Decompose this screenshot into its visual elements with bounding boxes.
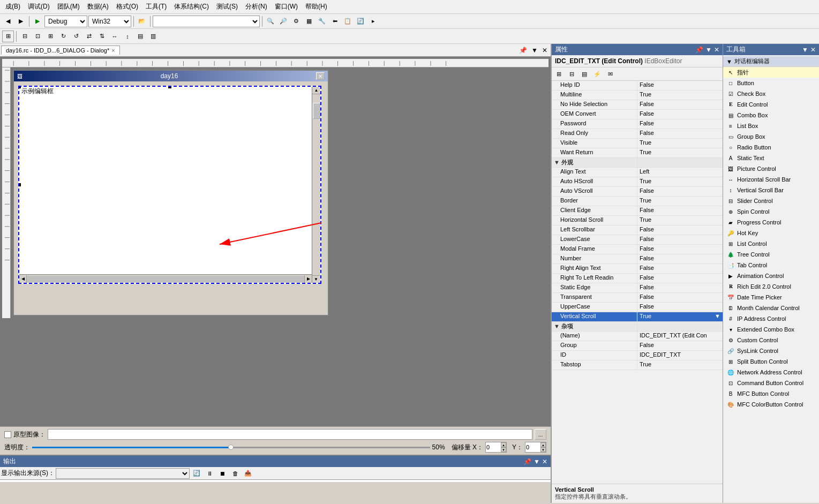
props-row[interactable]: (Name)IDC_EDIT_TXT (Edit Con <box>552 332 723 341</box>
toolbox-item-month-calendar-control[interactable]: 🗓Month Calendar Control <box>723 303 819 313</box>
toolbox-item-radio-button[interactable]: ○Radio Button <box>723 142 819 153</box>
toolbox-item-split-button-control[interactable]: ⊞Split Button Control <box>723 356 819 367</box>
output-expand-icon[interactable]: ▼ <box>534 458 540 465</box>
toolbox-item-button[interactable]: □Button <box>723 78 819 88</box>
menu-item-data[interactable]: 数据(A) <box>84 1 112 12</box>
props-row[interactable]: PasswordFalse <box>552 119 723 129</box>
tab-pin-icon[interactable]: 📌 <box>517 47 529 54</box>
toolbox-item-combo-box[interactable]: ▤Combo Box <box>723 110 819 121</box>
toolbox-item-spin-control[interactable]: ⊕Spin Control <box>723 206 819 217</box>
toolbox-item-mfc-button-control[interactable]: BMFC Button Control <box>723 388 819 399</box>
layout-btn4[interactable]: ⊞ <box>44 31 56 42</box>
run-button[interactable]: ▶ <box>32 16 43 27</box>
props-row[interactable]: Auto VScrollFalse <box>552 187 723 197</box>
layout-btn10[interactable]: ↕ <box>122 31 133 42</box>
props-row[interactable]: Help IDFalse <box>552 81 723 91</box>
scrollbar-left-btn[interactable]: ◀ <box>19 275 27 283</box>
layout-btn6[interactable]: ↺ <box>70 31 82 42</box>
layout-btn1[interactable]: ⊞ <box>2 31 14 42</box>
prototype-input[interactable] <box>48 429 532 440</box>
opacity-slider[interactable] <box>32 447 430 448</box>
output-pin-icon[interactable]: 📌 <box>523 458 531 465</box>
props-row[interactable]: No Hide SelectionFalse <box>552 100 723 110</box>
props-row[interactable]: Left ScrollbarFalse <box>552 225 723 235</box>
props-tb-event[interactable]: ⚡ <box>591 69 603 79</box>
menu-item-window[interactable]: 窗口(W) <box>272 1 301 12</box>
props-row[interactable]: MultilineTrue <box>552 91 723 100</box>
handle-ml[interactable] <box>18 183 21 186</box>
tool1[interactable]: 🔍 <box>265 16 276 27</box>
toolbox-item-vertical-scroll-bar[interactable]: ↕Vertical Scroll Bar <box>723 185 819 195</box>
output-btn5[interactable]: 📤 <box>242 468 254 479</box>
toolbox-item-progress-control[interactable]: ▰Progress Control <box>723 217 819 228</box>
offset-x-up-btn[interactable]: ▲ <box>501 442 506 447</box>
scrollbar-thumb[interactable] <box>313 103 320 119</box>
layout-btn8[interactable]: ⇅ <box>96 31 108 42</box>
dialog-title-bar[interactable]: 🖼 day16 ✕ <box>14 71 328 81</box>
props-row[interactable]: ▼ 外观 <box>552 158 723 168</box>
toolbox-item-hot-key[interactable]: 🔑Hot Key <box>723 228 819 238</box>
props-row[interactable]: GroupFalse <box>552 341 723 351</box>
forward-button[interactable]: ▶ <box>15 16 27 27</box>
output-close-icon[interactable]: ✕ <box>542 458 547 465</box>
toolbox-item-tab-control[interactable]: 📑Tab Control <box>723 260 819 270</box>
prototype-browse-button[interactable]: ... <box>535 429 546 440</box>
toolbox-item-slider-control[interactable]: ⊟Slider Control <box>723 195 819 206</box>
props-row[interactable]: Align TextLeft <box>552 168 723 177</box>
scrollbar-right-btn[interactable]: ▶ <box>304 275 312 283</box>
tab-close-button[interactable]: × <box>111 47 115 54</box>
layout-btn2[interactable]: ⊟ <box>19 31 31 42</box>
horizontal-scrollbar[interactable]: ◀ ▶ <box>19 274 312 283</box>
props-row[interactable]: OEM ConvertFalse <box>552 110 723 119</box>
offset-y-down-btn[interactable]: ▼ <box>540 447 546 452</box>
toolbox-section-header[interactable]: ▼ 对话框编辑器 <box>723 56 819 67</box>
editor-tab[interactable]: day16.rc - IDD_D...6_DIALOG - Dialog* × <box>1 46 120 55</box>
menu-item-debug[interactable]: 调试(D) <box>25 1 53 12</box>
search-select[interactable] <box>153 16 260 27</box>
props-close-icon[interactable]: ✕ <box>714 46 719 54</box>
toolbox-close-icon[interactable]: ✕ <box>810 46 816 54</box>
tab-menu-icon[interactable]: ▼ <box>529 47 540 54</box>
menu-item-team[interactable]: 团队(M) <box>54 1 83 12</box>
debug-config-select[interactable]: Debug <box>44 16 87 27</box>
back-button[interactable]: ◀ <box>2 16 14 27</box>
props-row[interactable]: BorderTrue <box>552 197 723 206</box>
vertical-scrollbar[interactable]: ▲ ▼ <box>312 87 320 283</box>
toolbox-item-mfc-colorbutton-control[interactable]: 🎨MFC ColorButton Control <box>723 399 819 410</box>
tool9[interactable]: ▸ <box>367 16 379 27</box>
layout-btn12[interactable]: ▥ <box>147 31 159 42</box>
layout-btn7[interactable]: ⇄ <box>83 31 95 42</box>
output-btn4[interactable]: 🗑 <box>229 468 241 479</box>
props-expand-icon[interactable]: ▼ <box>705 46 712 54</box>
props-row[interactable]: TabstopTrue <box>552 360 723 370</box>
handle-tl[interactable] <box>18 86 21 88</box>
output-btn3[interactable]: ⏹ <box>216 468 228 479</box>
toolbox-item-ip-address-control[interactable]: #IP Address Control <box>723 313 819 324</box>
props-row[interactable]: Right Align TextFalse <box>552 264 723 274</box>
output-refresh-btn[interactable]: 🔄 <box>191 468 202 479</box>
toolbox-item-network-address-control[interactable]: 🌐Network Address Control <box>723 367 819 378</box>
offset-x-input[interactable] <box>486 443 501 451</box>
toolbox-item-edit-control[interactable]: 𝐄Edit Control <box>723 99 819 110</box>
toolbox-item-extended-combo-box[interactable]: ▾Extended Combo Box <box>723 324 819 335</box>
props-row[interactable]: TransparentFalse <box>552 293 723 303</box>
tool5[interactable]: 🔧 <box>316 16 328 27</box>
toolbox-item-group-box[interactable]: ▭Group Box <box>723 131 819 142</box>
menu-item-tools[interactable]: 工具(T) <box>142 1 170 12</box>
toolbox-item-static-text[interactable]: AStatic Text <box>723 153 819 163</box>
toolbox-item-horizontal-scroll-bar[interactable]: ↔Horizontal Scroll Bar <box>723 174 819 185</box>
toolbox-item-command-button-control[interactable]: ⊡Command Button Control <box>723 378 819 388</box>
props-row[interactable]: Horizontal ScrollTrue <box>552 216 723 225</box>
props-row[interactable]: LowerCaseFalse <box>552 235 723 245</box>
dialog-close-button[interactable]: ✕ <box>316 72 325 80</box>
props-row[interactable]: Want ReturnTrue <box>552 148 723 158</box>
scrollbar-h-thumb[interactable] <box>27 276 304 282</box>
menu-item-analyze[interactable]: 分析(N) <box>242 1 271 12</box>
tool8[interactable]: 🔄 <box>355 16 366 27</box>
props-row[interactable]: UpperCaseFalse <box>552 303 723 312</box>
toolbox-item-指针[interactable]: ↖指针 <box>723 67 819 78</box>
output-btn2[interactable]: ⏸ <box>204 468 215 479</box>
toolbox-section-toggle[interactable]: ▼ <box>726 58 732 65</box>
props-row[interactable]: Auto HScrollTrue <box>552 177 723 187</box>
props-row[interactable]: VisibleTrue <box>552 139 723 148</box>
